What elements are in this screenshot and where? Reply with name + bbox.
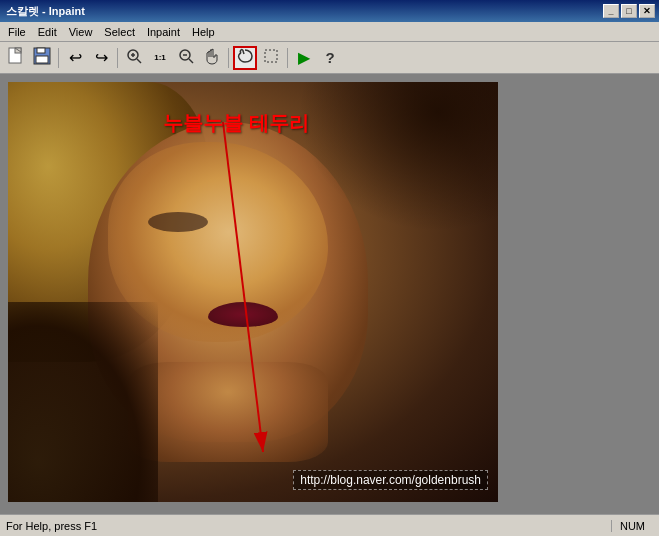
undo-icon: ↩ bbox=[69, 48, 82, 67]
main-area: 누블누블 테두리 http://blog.naver.com/goldenbru… bbox=[0, 74, 659, 514]
help-tool-button[interactable]: ? bbox=[318, 46, 342, 70]
undo-tool-button[interactable]: ↩ bbox=[63, 46, 87, 70]
toolbar: ↩ ↪ 1:1 bbox=[0, 42, 659, 74]
dark-bg-lower bbox=[8, 302, 158, 502]
hand-icon bbox=[203, 47, 221, 68]
status-bar: For Help, press F1 NUM bbox=[0, 514, 659, 536]
play-icon: ▶ bbox=[298, 48, 310, 67]
save-tool-button[interactable] bbox=[30, 46, 54, 70]
svg-rect-13 bbox=[265, 50, 277, 62]
menu-help[interactable]: Help bbox=[186, 24, 221, 40]
zoomin-icon bbox=[125, 47, 143, 68]
zoomout-icon bbox=[177, 47, 195, 68]
lasso-icon bbox=[236, 47, 254, 68]
new-tool-button[interactable] bbox=[4, 46, 28, 70]
zoomout-tool-button[interactable] bbox=[174, 46, 198, 70]
menu-bar: File Edit View Select Inpaint Help bbox=[0, 22, 659, 42]
status-numlock: NUM bbox=[611, 520, 653, 532]
play-tool-button[interactable]: ▶ bbox=[292, 46, 316, 70]
toolbar-separator-3 bbox=[228, 48, 229, 68]
zoom1-tool-button[interactable]: 1:1 bbox=[148, 46, 172, 70]
canvas-container[interactable]: 누블누블 테두리 http://blog.naver.com/goldenbru… bbox=[8, 82, 498, 502]
menu-file[interactable]: File bbox=[2, 24, 32, 40]
maximize-button[interactable]: □ bbox=[621, 4, 637, 18]
window-controls: _ □ ✕ bbox=[603, 4, 655, 18]
url-text-overlay: http://blog.naver.com/goldenbrush bbox=[293, 470, 488, 490]
korean-text-overlay: 누블누블 테두리 bbox=[163, 110, 309, 137]
save-icon bbox=[33, 47, 51, 68]
toolbar-separator-2 bbox=[117, 48, 118, 68]
zoom1-icon: 1:1 bbox=[154, 53, 166, 62]
redo-tool-button[interactable]: ↪ bbox=[89, 46, 113, 70]
svg-line-7 bbox=[137, 59, 141, 63]
help-icon: ? bbox=[325, 49, 334, 66]
zoomin-tool-button[interactable] bbox=[122, 46, 146, 70]
toolbar-separator-4 bbox=[287, 48, 288, 68]
svg-rect-4 bbox=[37, 48, 45, 53]
marquee-tool-button[interactable] bbox=[259, 46, 283, 70]
title-bar: 스칼렛 - Inpaint _ □ ✕ bbox=[0, 0, 659, 22]
photo-background: 누블누블 테두리 http://blog.naver.com/goldenbru… bbox=[8, 82, 498, 502]
close-button[interactable]: ✕ bbox=[639, 4, 655, 18]
status-help-text: For Help, press F1 bbox=[6, 520, 611, 532]
svg-line-11 bbox=[189, 59, 193, 63]
svg-rect-5 bbox=[36, 56, 48, 63]
hand-tool-button[interactable] bbox=[200, 46, 224, 70]
toolbar-separator-1 bbox=[58, 48, 59, 68]
menu-view[interactable]: View bbox=[63, 24, 99, 40]
menu-select[interactable]: Select bbox=[98, 24, 141, 40]
red-arrow bbox=[153, 112, 333, 492]
marquee-icon bbox=[262, 47, 280, 68]
new-icon bbox=[7, 47, 25, 68]
menu-edit[interactable]: Edit bbox=[32, 24, 63, 40]
window-title: 스칼렛 - Inpaint bbox=[6, 4, 85, 19]
menu-inpaint[interactable]: Inpaint bbox=[141, 24, 186, 40]
lasso-tool-button[interactable] bbox=[233, 46, 257, 70]
redo-icon: ↪ bbox=[95, 48, 108, 67]
svg-line-15 bbox=[223, 122, 263, 452]
minimize-button[interactable]: _ bbox=[603, 4, 619, 18]
